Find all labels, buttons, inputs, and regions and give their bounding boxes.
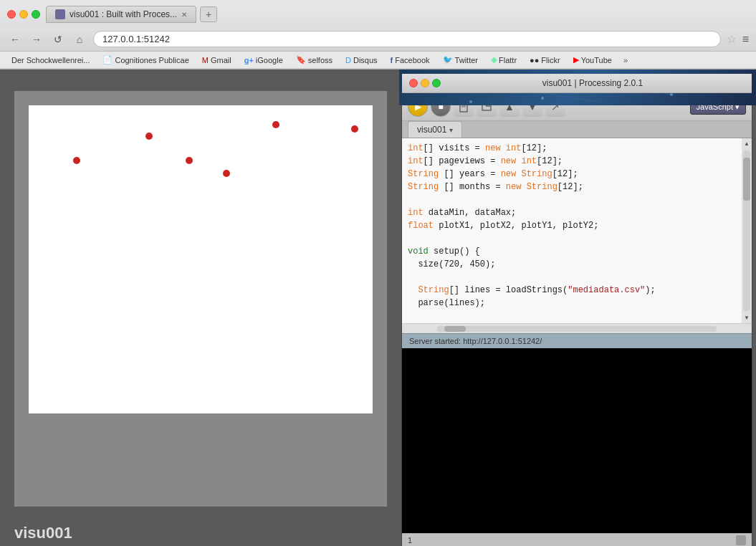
bookmark-flattr-label: Flattr — [499, 56, 517, 64]
main-content: visu001 Source code: visu001 Built with … — [0, 70, 756, 546]
bookmark-cognitiones[interactable]: 📄 Cognitiones Publicae — [97, 54, 194, 66]
ide-tab-dropdown[interactable]: ▾ — [449, 126, 453, 134]
ide-maximize-button[interactable] — [432, 79, 441, 87]
bookmark-igoogle-label: iGoogle — [256, 56, 283, 64]
bookmark-youtube-label: YouTube — [581, 56, 612, 64]
bookmark-star-button[interactable]: ☆ — [727, 32, 737, 46]
scroll-up-arrow[interactable]: ▲ — [742, 138, 752, 149]
back-button[interactable]: ← — [7, 32, 23, 47]
tab-title: visu001 : Built with Proces... — [70, 9, 177, 19]
tab-favicon — [55, 9, 65, 19]
ide-footer: 1 — [402, 533, 752, 546]
ide-close-button[interactable] — [409, 79, 418, 87]
ide-status-bar: Server started: http://127.0.0.1:51242/ — [402, 333, 752, 348]
code-line-7: float plotX1, plotX2, plotY1, plotY2; — [408, 219, 736, 232]
scroll-track[interactable] — [743, 150, 750, 311]
preview-container — [14, 91, 387, 507]
tab-bar: visu001 : Built with Proces... ✕ + — [46, 6, 749, 23]
flickr-icon: ●● — [530, 56, 539, 64]
bookmark-schockwellen-label: Der Schockwellenrei... — [11, 56, 90, 64]
code-line-6: int dataMin, dataMax; — [408, 206, 736, 219]
close-button[interactable] — [7, 10, 16, 19]
bookmark-disqus-label: Disqus — [353, 56, 378, 64]
ide-line-number: 1 — [408, 536, 412, 545]
code-content[interactable]: int[] visits = new int[12]; int[] pagevi… — [402, 138, 742, 323]
canvas-area — [29, 105, 373, 413]
home-button[interactable]: ⌂ — [72, 32, 87, 47]
data-dot-1 — [73, 157, 80, 164]
bookmark-selfoss[interactable]: 🔖 selfoss — [290, 54, 338, 66]
title-bar: visu001 : Built with Proces... ✕ + — [0, 0, 756, 27]
code-line-14 — [408, 310, 736, 322]
scroll-down-arrow[interactable]: ▼ — [742, 312, 752, 323]
bookmark-facebook[interactable]: f Facebook — [385, 54, 436, 66]
traffic-lights — [7, 10, 40, 19]
ide-tab-visu001[interactable]: visu001 ▾ — [408, 121, 462, 138]
bookmark-twitter[interactable]: 🐦 Twitter — [437, 54, 484, 66]
bookmark-gmail-label: Gmail — [211, 56, 231, 64]
ide-panel: visu001 | Processing 2.0.1 ▶ ■ ▲ ▼ ↗ Jav… — [401, 73, 752, 546]
facebook-icon: f — [391, 56, 393, 64]
ide-status-text: Server started: http://127.0.0.1:51242/ — [409, 337, 542, 345]
h-scrollbar[interactable] — [402, 323, 752, 333]
minimize-button[interactable] — [19, 10, 28, 19]
code-line-4: String [] months = new String[12]; — [408, 181, 736, 193]
gmail-icon: M — [202, 56, 209, 64]
bookmark-schockwellen[interactable]: Der Schockwellenrei... — [6, 54, 95, 66]
bookmark-selfoss-label: selfoss — [308, 56, 332, 64]
browser-chrome: visu001 : Built with Proces... ✕ + ← → ↺… — [0, 0, 756, 70]
h-scroll-track — [437, 326, 717, 332]
new-tab-button[interactable]: + — [200, 6, 217, 22]
code-line-13: parse(lines); — [408, 297, 736, 310]
svg-point-12 — [541, 97, 544, 100]
ide-tab-bar: visu001 ▾ — [402, 121, 752, 138]
maximize-button[interactable] — [32, 10, 40, 19]
ide-minimize-button[interactable] — [421, 79, 429, 87]
data-dot-5 — [223, 170, 230, 177]
ide-traffic-lights — [409, 79, 441, 87]
twitter-icon: 🐦 — [443, 55, 453, 64]
scroll-thumb[interactable] — [743, 158, 750, 201]
url-bar[interactable] — [93, 31, 721, 47]
code-line-8 — [408, 232, 736, 245]
tab-close-button[interactable]: ✕ — [181, 11, 187, 19]
bookmark-disqus[interactable]: D Disqus — [340, 54, 383, 66]
left-panel: visu001 Source code: visu001 Built with … — [0, 70, 401, 546]
browser-tab[interactable]: visu001 : Built with Proces... ✕ — [46, 6, 196, 23]
nav-bar: ← → ↺ ⌂ ☆ ≡ — [0, 27, 756, 52]
code-line-9: void setup() { — [408, 245, 736, 258]
data-dot-4 — [186, 157, 193, 164]
igoogle-icon: g+ — [244, 56, 254, 64]
reload-button[interactable]: ↺ — [50, 32, 66, 47]
code-editor: int[] visits = new int[12]; int[] pagevi… — [402, 138, 752, 323]
bookmarks-bar: Der Schockwellenrei... 📄 Cognitiones Pub… — [0, 52, 756, 69]
ide-console — [402, 348, 752, 533]
code-line-10: size(720, 450); — [408, 258, 736, 271]
bookmark-flattr[interactable]: ◆ Flattr — [485, 54, 522, 66]
bookmarks-more-button[interactable]: » — [619, 54, 632, 66]
flattr-icon: ◆ — [491, 55, 497, 64]
data-dot-2 — [145, 133, 153, 140]
code-line-1: int[] visits = new int[12]; — [408, 142, 736, 155]
data-dot-3 — [272, 121, 279, 128]
bookmark-flickr-label: Flickr — [541, 56, 560, 64]
bookmark-youtube[interactable]: ▶ YouTube — [568, 54, 618, 66]
code-scrollbar[interactable]: ▲ ▼ — [742, 138, 752, 323]
selfoss-icon: 🔖 — [296, 55, 306, 64]
youtube-icon: ▶ — [573, 55, 579, 64]
forward-button[interactable]: → — [29, 32, 44, 47]
code-line-2: int[] pageviews = new int[12]; — [408, 155, 736, 168]
bookmark-igoogle[interactable]: g+ iGoogle — [239, 54, 289, 66]
data-dot-6 — [351, 125, 358, 133]
resize-handle[interactable] — [736, 535, 746, 545]
bookmark-facebook-label: Facebook — [395, 56, 429, 64]
code-line-3: String [] years = new String[12]; — [408, 168, 736, 181]
browser-menu-button[interactable]: ≡ — [742, 33, 749, 46]
disqus-icon: D — [345, 56, 351, 64]
h-scroll-thumb[interactable] — [444, 326, 466, 332]
code-line-5 — [408, 193, 736, 206]
bookmark-flickr[interactable]: ●● Flickr — [524, 54, 566, 66]
svg-point-9 — [670, 93, 673, 96]
bookmark-gmail[interactable]: M Gmail — [196, 54, 237, 66]
code-line-12: String[] lines = loadStrings("mediadata.… — [408, 284, 736, 297]
